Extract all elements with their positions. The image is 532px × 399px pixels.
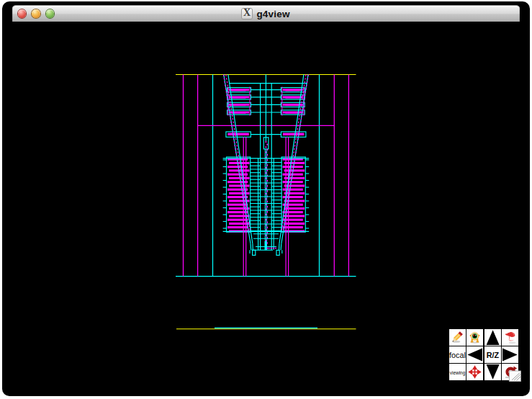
svg-text:R/Z: R/Z [486, 350, 499, 359]
svg-text:viewing: viewing [450, 369, 466, 376]
svg-text:focal: focal [449, 350, 466, 359]
